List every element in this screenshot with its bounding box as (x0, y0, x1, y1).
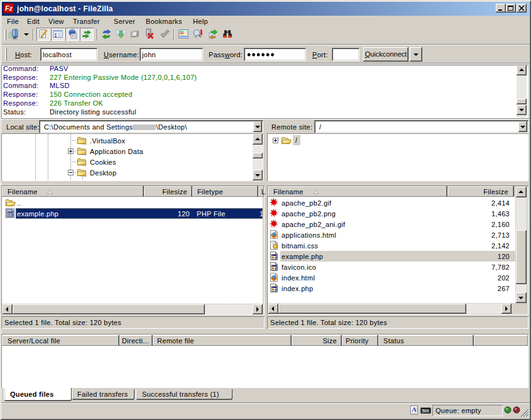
svg-text:500: 500 (422, 409, 429, 413)
svg-text:A: A (412, 406, 417, 413)
